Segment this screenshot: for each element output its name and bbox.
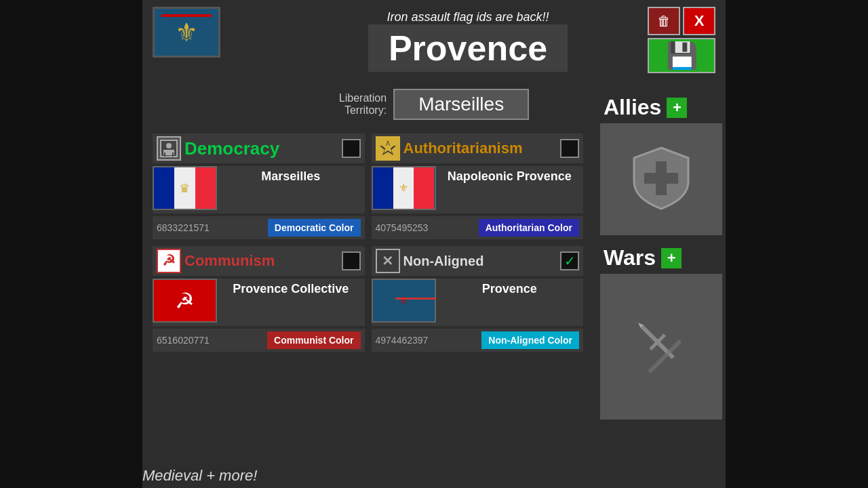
- blue-flag: ⚜: [373, 280, 435, 321]
- communism-color-number: 6516020771: [157, 335, 263, 346]
- auth-name: Authoritarianism: [403, 140, 557, 157]
- province-flag: ⚜: [153, 7, 220, 58]
- delete-icon: 🗑: [657, 14, 671, 29]
- flag-red: [195, 167, 216, 209]
- right-panel: Allies + Wars +: [597, 92, 726, 420]
- sword-icon: [627, 312, 695, 382]
- flag-red: [414, 167, 434, 209]
- subtitle-text: Iron assault flag ids are back!!: [220, 10, 715, 24]
- save-button[interactable]: 💾: [648, 38, 715, 73]
- communism-header: ☭ Communism: [153, 246, 365, 276]
- communism-icon: ☭: [157, 249, 181, 273]
- nonaligned-name: Non-Aligned: [403, 253, 557, 269]
- allies-title: Allies: [604, 95, 661, 120]
- svg-rect-9: [164, 152, 165, 157]
- communism-name: Communism: [184, 252, 338, 270]
- nonaligned-header: ✕ Non-Aligned ✓: [372, 246, 584, 276]
- nonaligned-color-button[interactable]: Non-Aligned Color: [481, 331, 579, 349]
- close-label: X: [694, 12, 705, 30]
- main-panel: ⚜ Iron assault flag ids are back!! Prove…: [142, 0, 726, 488]
- sickle-icon: ☭: [175, 288, 195, 314]
- authoritarian-color-button[interactable]: Authoritarian Color: [479, 219, 579, 237]
- auth-checkbox[interactable]: [560, 139, 579, 158]
- ideology-authoritarianism: Authoritarianism ⚜ Napoleonic Provence 4…: [372, 134, 584, 239]
- header: ⚜ Iron assault flag ids are back!! Prove…: [142, 0, 726, 79]
- ideology-nonaligned: ✕ Non-Aligned ✓ ⚜ Provence: [372, 246, 584, 352]
- flag-blue: [373, 167, 393, 209]
- provence-flag: ⚜: [372, 279, 436, 323]
- communism-faction-name: Provence Collective: [217, 279, 365, 326]
- wars-title: Wars: [604, 245, 656, 270]
- svg-rect-7: [166, 143, 172, 148]
- crown-icon: ♛: [179, 181, 190, 196]
- auth-faction-name: Napoleonic Provence: [436, 166, 584, 214]
- napoleonic-flag: ⚜: [372, 166, 436, 210]
- flag-blue: [154, 167, 174, 209]
- nonaligned-faction-row: ⚜ Provence: [372, 279, 584, 326]
- democracy-faction-row: ♛ Marseilles: [153, 166, 365, 214]
- flag-stripe: [161, 14, 212, 17]
- communism-faction-row: ☭ Provence Collective: [153, 279, 365, 326]
- nonaligned-faction-name: Provence: [436, 279, 584, 326]
- nonaligned-color-row: 4974462397 Non-Aligned Color: [372, 329, 584, 352]
- bottom-text: Medieval + more!: [142, 467, 257, 485]
- save-icon: 💾: [666, 41, 698, 70]
- democracy-header: Democracy: [153, 134, 365, 163]
- auth-faction-row: ⚜ Napoleonic Provence: [372, 166, 584, 214]
- democracy-checkbox[interactable]: [342, 139, 361, 158]
- top-btn-row: 🗑 X: [648, 7, 715, 35]
- democracy-color-row: 6833221571 Democratic Color: [153, 216, 365, 239]
- democracy-name: Democracy: [184, 138, 338, 159]
- svg-rect-10: [172, 152, 174, 157]
- democracy-icon: [157, 136, 181, 161]
- main-title: Provence: [368, 24, 568, 72]
- auth-header: Authoritarianism: [372, 134, 584, 163]
- marseilles-flag: ♛: [153, 166, 217, 210]
- auth-icon: [376, 136, 400, 161]
- close-button[interactable]: X: [683, 7, 715, 35]
- wars-box: [600, 274, 722, 420]
- title-area: Iron assault flag ids are back!! Provenc…: [220, 7, 715, 72]
- auth-color-row: 4075495253 Authoritarian Color: [372, 216, 584, 239]
- allies-box: [600, 123, 722, 235]
- fleur-icon: ⚜: [399, 182, 408, 195]
- shield-icon: [627, 144, 695, 215]
- democracy-faction-name: Marseilles: [217, 166, 365, 214]
- ideology-communism: ☭ Communism ☭ Provence Collective 651602…: [153, 246, 365, 352]
- liberation-input[interactable]: Marseilles: [393, 89, 529, 120]
- collective-flag: ☭: [153, 279, 217, 323]
- bottom-label: Medieval + more!: [142, 467, 257, 484]
- wars-header: Wars +: [597, 242, 726, 274]
- top-buttons: 🗑 X 💾: [648, 7, 715, 73]
- add-war-button[interactable]: +: [661, 248, 682, 268]
- ideology-democracy: Democracy ♛ Marseilles 6833221571: [153, 134, 365, 239]
- add-ally-button[interactable]: +: [667, 98, 687, 118]
- ideologies-grid: Democracy ♛ Marseilles 6833221571: [142, 127, 593, 359]
- svg-rect-1: [644, 173, 678, 184]
- nonaligned-color-number: 4974462397: [376, 335, 478, 346]
- communist-color-button[interactable]: Communist Color: [267, 331, 360, 349]
- communism-checkbox[interactable]: [342, 251, 361, 270]
- fleur-de-lis-icon: ⚜: [175, 18, 198, 47]
- liberation-label: Liberation Territory:: [339, 92, 387, 117]
- nonaligned-checkbox[interactable]: ✓: [560, 251, 579, 270]
- democracy-color-number: 6833221571: [157, 222, 264, 233]
- flag-white: ♛: [174, 167, 195, 209]
- auth-color-number: 4075495253: [376, 222, 475, 233]
- allies-header: Allies +: [597, 92, 726, 123]
- nonaligned-icon: ✕: [376, 249, 400, 273]
- red-flag: ☭: [154, 280, 216, 321]
- democratic-color-button[interactable]: Democratic Color: [268, 219, 361, 237]
- communism-color-row: 6516020771 Communist Color: [153, 329, 365, 352]
- flag-decoration: ⚜: [399, 294, 408, 307]
- delete-button[interactable]: 🗑: [648, 7, 680, 35]
- flag-white: ⚜: [393, 167, 414, 209]
